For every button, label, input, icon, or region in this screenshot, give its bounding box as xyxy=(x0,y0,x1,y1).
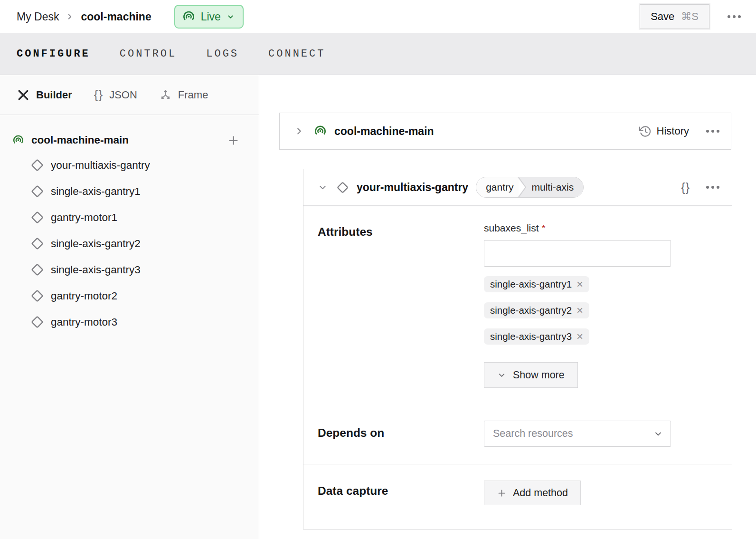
save-button[interactable]: Save ⌘S xyxy=(640,4,709,29)
subaxes-field-label: subaxes_list xyxy=(484,222,539,233)
expand-chevron-right-icon[interactable] xyxy=(294,126,304,136)
view-json[interactable]: {} JSON xyxy=(94,87,137,102)
component-type-tag: gantry multi-axis xyxy=(476,177,584,198)
tree-item-label: gantry-motor1 xyxy=(51,212,117,224)
chevron-down-icon xyxy=(497,371,506,380)
tree-item-label: single-axis-gantry1 xyxy=(51,185,141,198)
top-header: My Desk cool-machine Live Save ⌘S xyxy=(0,0,756,33)
add-component-icon[interactable] xyxy=(227,134,240,147)
tree-item-label: single-axis-gantry2 xyxy=(51,238,141,250)
show-more-button[interactable]: Show more xyxy=(484,362,578,388)
history-button[interactable]: History xyxy=(639,125,689,138)
edit-json-icon[interactable]: {} xyxy=(681,181,690,194)
machine-part-title: cool-machine-main xyxy=(334,125,434,138)
save-label: Save xyxy=(651,10,674,23)
component-diamond-icon xyxy=(30,289,44,303)
tab-configure[interactable]: CONFIGURE xyxy=(17,48,90,60)
subaxes-chip-list: single-axis-gantry1 × single-axis-gantry… xyxy=(484,276,671,345)
tree-item[interactable]: gantry-motor3 xyxy=(0,309,259,335)
view-json-label: JSON xyxy=(109,89,137,101)
view-switcher: Builder {} JSON Frame xyxy=(0,75,259,115)
remove-chip-icon[interactable]: × xyxy=(576,331,583,342)
machine-card-menu-icon[interactable] xyxy=(706,130,719,133)
chevron-down-icon xyxy=(227,13,235,21)
tree-item-label: gantry-motor3 xyxy=(51,316,117,328)
tree-item[interactable]: single-axis-gantry1 xyxy=(0,178,259,204)
braces-icon: {} xyxy=(94,87,103,102)
component-title: your-multiaxis-gantry xyxy=(357,181,468,194)
tab-logs[interactable]: LOGS xyxy=(206,48,239,60)
save-shortcut-hint: ⌘S xyxy=(681,10,699,23)
view-builder-label: Builder xyxy=(36,89,72,101)
tab-control[interactable]: CONTROL xyxy=(120,48,177,60)
subaxis-chip: single-axis-gantry3 × xyxy=(484,328,589,345)
tree-item-label: gantry-motor2 xyxy=(51,290,117,302)
radar-icon xyxy=(182,10,195,23)
chip-label: single-axis-gantry3 xyxy=(490,331,572,342)
attributes-section: Attributes subaxes_list* single-axis-gan… xyxy=(303,206,732,409)
data-capture-section: Data capture Add method xyxy=(303,464,732,529)
chip-label: single-axis-gantry1 xyxy=(490,279,572,290)
live-status-label: Live xyxy=(201,10,221,23)
axes-icon xyxy=(159,88,172,101)
tree-item[interactable]: single-axis-gantry3 xyxy=(0,257,259,283)
component-diamond-icon xyxy=(30,237,44,250)
attributes-label: Attributes xyxy=(303,222,484,388)
component-diamond-icon xyxy=(30,211,44,224)
subaxes-input[interactable] xyxy=(484,240,671,267)
radar-icon xyxy=(12,135,24,146)
subaxis-chip: single-axis-gantry2 × xyxy=(484,302,589,318)
component-diamond-icon xyxy=(336,181,349,194)
config-sidebar: Builder {} JSON Frame xyxy=(0,75,259,539)
chip-label: single-axis-gantry2 xyxy=(490,305,572,316)
depends-on-label: Depends on xyxy=(303,421,484,447)
tree-root-machine[interactable]: cool-machine-main xyxy=(0,128,259,152)
tree-item-label: your-multiaxis-gantry xyxy=(51,159,150,172)
overflow-menu-icon[interactable] xyxy=(728,15,741,18)
add-method-button[interactable]: Add method xyxy=(484,481,581,505)
tag-type: gantry xyxy=(476,177,518,197)
view-frame-label: Frame xyxy=(178,89,208,101)
remove-chip-icon[interactable]: × xyxy=(576,279,583,290)
tree-item[interactable]: your-multiaxis-gantry xyxy=(0,152,259,178)
tools-icon xyxy=(17,88,30,102)
component-menu-icon[interactable] xyxy=(706,186,719,189)
view-builder[interactable]: Builder xyxy=(17,88,72,102)
component-diamond-icon xyxy=(30,184,44,198)
collapse-chevron-down-icon[interactable] xyxy=(318,183,328,192)
component-card: your-multiaxis-gantry gantry multi-axis … xyxy=(303,169,732,529)
tree-children: your-multiaxis-gantry single-axis-gantry… xyxy=(0,152,259,335)
tab-connect[interactable]: CONNECT xyxy=(268,48,325,60)
required-marker: * xyxy=(542,222,546,233)
breadcrumb-chevron-icon xyxy=(66,12,74,21)
data-capture-label: Data capture xyxy=(303,481,484,505)
history-icon xyxy=(639,125,652,138)
resource-tree: cool-machine-main your-multiaxis-gantry … xyxy=(0,115,259,335)
view-frame[interactable]: Frame xyxy=(159,88,208,101)
machine-part-card: cool-machine-main History xyxy=(279,113,731,150)
component-diamond-icon xyxy=(30,315,44,329)
live-status-badge[interactable]: Live xyxy=(174,5,244,29)
config-main-panel: cool-machine-main History your-multiaxis… xyxy=(259,75,756,539)
plus-icon xyxy=(497,488,507,498)
remove-chip-icon[interactable]: × xyxy=(576,305,583,316)
tree-item-label: single-axis-gantry3 xyxy=(51,264,141,276)
component-card-header: your-multiaxis-gantry gantry multi-axis … xyxy=(303,169,732,206)
tree-item[interactable]: single-axis-gantry2 xyxy=(0,231,259,257)
tree-root-label: cool-machine-main xyxy=(31,134,129,146)
select-placeholder: Search resources xyxy=(493,428,653,440)
tree-item[interactable]: gantry-motor1 xyxy=(0,204,259,231)
tree-item[interactable]: gantry-motor2 xyxy=(0,283,259,309)
depends-on-select[interactable]: Search resources xyxy=(484,421,671,447)
subaxis-chip: single-axis-gantry1 × xyxy=(484,276,589,292)
main-tabbar: CONFIGURE CONTROL LOGS CONNECT xyxy=(0,33,756,75)
radar-icon xyxy=(314,125,327,138)
breadcrumb-parent[interactable]: My Desk xyxy=(17,10,59,23)
tag-model: multi-axis xyxy=(518,177,584,197)
show-more-label: Show more xyxy=(513,369,565,381)
depends-on-section: Depends on Search resources xyxy=(303,409,732,464)
component-diamond-icon xyxy=(30,158,44,172)
history-label: History xyxy=(657,125,689,137)
add-method-label: Add method xyxy=(513,487,568,499)
attributes-fields: subaxes_list* single-axis-gantry1 × s xyxy=(484,222,671,388)
